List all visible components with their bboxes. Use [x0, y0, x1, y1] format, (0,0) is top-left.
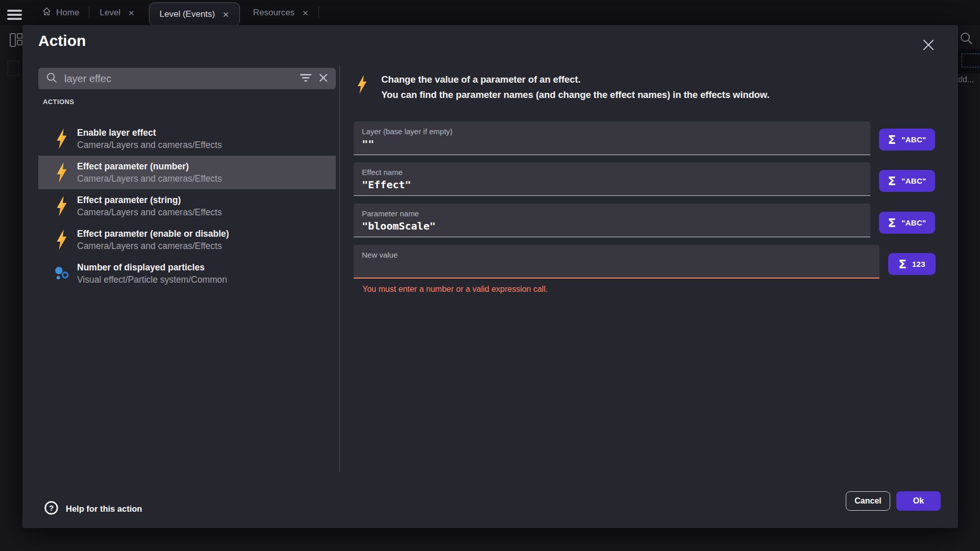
expression-type-label: 123 — [912, 260, 925, 268]
tab-close-icon[interactable]: ✕ — [128, 9, 135, 17]
panels-icon — [9, 33, 23, 49]
lightning-icon — [54, 162, 70, 183]
action-path: Visual effect/Particle system/Common — [77, 274, 227, 285]
tab-level[interactable]: Level ✕ — [89, 0, 144, 26]
faded-toolbar-icon — [8, 61, 19, 76]
tab-label: Home — [56, 8, 79, 18]
expression-type-label: "ABC" — [901, 218, 926, 227]
lightning-icon — [54, 195, 70, 217]
question-circle-icon: ? — [44, 500, 59, 517]
lightning-icon — [54, 229, 70, 251]
event-selection-dashed-box — [962, 54, 980, 67]
cancel-button[interactable]: Cancel — [846, 491, 890, 511]
tab-home[interactable]: Home — [32, 0, 89, 26]
lightning-icon — [54, 128, 70, 149]
expression-type-label: "ABC" — [901, 177, 926, 185]
expression-builder-button-layer[interactable]: Σ "ABC" — [879, 129, 935, 151]
tab-bar: Home Level ✕ Level (Events) ✕ Resources … — [0, 0, 980, 26]
description-line1: Change the value of a parameter of an ef… — [381, 72, 769, 87]
filter-icon[interactable] — [300, 73, 312, 84]
description-line2: You can find the parameter names (and ch… — [381, 87, 769, 103]
panel-divider — [339, 66, 340, 472]
field-value[interactable]: "" — [362, 138, 862, 150]
field-value[interactable]: "bloomScale" — [362, 220, 862, 232]
tab-label: Level — [100, 8, 120, 18]
field-parameter-name[interactable]: Parameter name "bloomScale" — [354, 204, 870, 237]
editor-tabs: Home Level ✕ Level (Events) ✕ Resources … — [32, 0, 319, 26]
action-description: Change the value of a parameter of an ef… — [381, 72, 769, 103]
help-label: Help for this action — [66, 504, 142, 514]
action-search-box[interactable] — [38, 68, 336, 89]
action-title: Effect parameter (number) — [77, 161, 222, 172]
field-label: Parameter name — [362, 209, 862, 218]
particles-icon — [54, 266, 70, 282]
actions-section-label: ACTIONS — [43, 98, 74, 106]
app-window: Home Level ✕ Level (Events) ✕ Resources … — [0, 0, 980, 551]
expression-builder-button-effect-name[interactable]: Σ "ABC" — [879, 170, 935, 192]
lightning-icon — [356, 74, 368, 96]
tab-label: Resources — [253, 8, 295, 18]
action-title: Effect parameter (enable or disable) — [77, 229, 229, 239]
expression-builder-button-new-value[interactable]: Σ 123 — [888, 253, 936, 275]
action-path: Camera/Layers and cameras/Effects — [77, 140, 222, 151]
close-icon[interactable] — [922, 38, 935, 52]
field-label: Layer (base layer if empty) — [362, 127, 862, 136]
action-title: Enable layer effect — [77, 128, 222, 138]
tab-close-icon[interactable]: ✕ — [302, 9, 309, 17]
tab-resources[interactable]: Resources ✕ — [243, 0, 319, 26]
search-input[interactable] — [64, 73, 293, 85]
field-label: Effect name — [362, 168, 862, 177]
field-layer[interactable]: Layer (base layer if empty) "" — [354, 121, 870, 155]
list-item-effect-parameter-number[interactable]: Effect parameter (number) Camera/Layers … — [38, 156, 336, 189]
dialog-title: Action — [38, 32, 86, 49]
actions-list: Enable layer effect Camera/Layers and ca… — [38, 122, 336, 290]
list-item-number-displayed-particles[interactable]: Number of displayed particles Visual eff… — [38, 257, 336, 290]
home-icon — [42, 7, 52, 19]
add-button-clipped: dd... — [958, 75, 974, 84]
tab-close-icon[interactable]: ✕ — [223, 11, 229, 18]
clear-search-icon[interactable] — [318, 73, 328, 85]
ok-button[interactable]: Ok — [896, 491, 941, 511]
validation-error-message: You must enter a number or a valid expre… — [362, 285, 548, 294]
tab-label: Level (Events) — [160, 9, 215, 19]
action-path: Camera/Layers and cameras/Effects — [77, 241, 229, 252]
action-path: Camera/Layers and cameras/Effects — [77, 207, 222, 218]
field-value[interactable]: "Effect" — [362, 179, 862, 191]
search-icon — [46, 72, 58, 86]
svg-text:?: ? — [49, 504, 54, 512]
tab-level-events[interactable]: Level (Events) ✕ — [149, 3, 240, 26]
list-item-effect-parameter-enable[interactable]: Effect parameter (enable or disable) Cam… — [38, 223, 336, 257]
list-item-effect-parameter-string[interactable]: Effect parameter (string) Camera/Layers … — [38, 189, 336, 223]
field-label: New value — [362, 251, 871, 259]
field-effect-name[interactable]: Effect name "Effect" — [354, 162, 870, 196]
sigma-icon: Σ — [888, 174, 896, 188]
menu-icon[interactable] — [7, 10, 22, 16]
search-icon — [960, 32, 973, 47]
expression-builder-button-parameter-name[interactable]: Σ "ABC" — [879, 212, 935, 234]
action-path: Camera/Layers and cameras/Effects — [77, 173, 222, 184]
help-link[interactable]: ? Help for this action — [44, 500, 142, 517]
sigma-icon: Σ — [888, 216, 896, 230]
action-title: Effect parameter (string) — [77, 195, 222, 206]
sigma-icon: Σ — [888, 133, 896, 146]
action-dialog: Action ACT — [22, 25, 958, 528]
action-title: Number of displayed particles — [77, 262, 227, 273]
list-item-enable-layer-effect[interactable]: Enable layer effect Camera/Layers and ca… — [38, 122, 336, 156]
field-new-value[interactable]: New value — [354, 245, 879, 279]
sigma-icon: Σ — [898, 258, 906, 271]
expression-type-label: "ABC" — [901, 135, 926, 144]
